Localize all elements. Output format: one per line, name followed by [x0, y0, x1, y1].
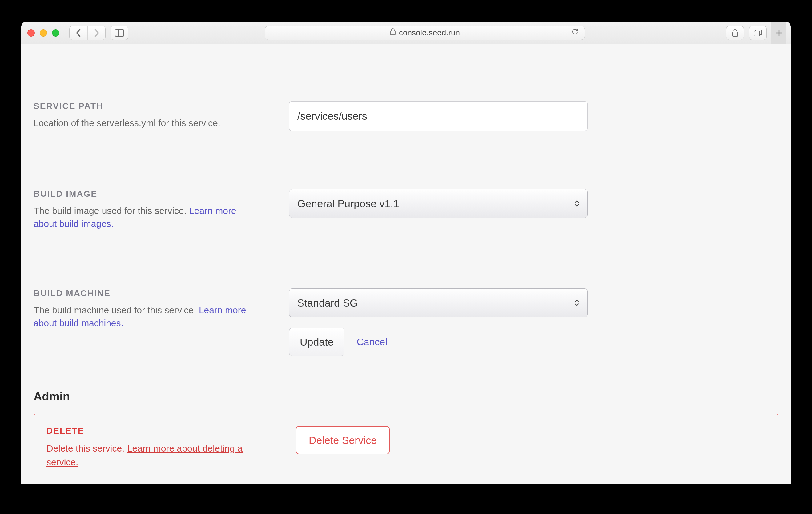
- build-machine-heading: BUILD MACHINE: [33, 288, 255, 298]
- minimize-window-button[interactable]: [40, 29, 47, 37]
- build-image-heading: BUILD IMAGE: [33, 189, 255, 199]
- forward-button[interactable]: [87, 26, 105, 40]
- share-button[interactable]: [726, 26, 744, 40]
- build-image-desc: The build image used for this service. L…: [33, 204, 255, 230]
- toolbar-right: [721, 26, 767, 40]
- new-tab-button[interactable]: [771, 22, 786, 44]
- danger-zone: DELETE Delete this service. Learn more a…: [33, 414, 779, 484]
- updown-icon: [574, 299, 579, 306]
- cancel-link[interactable]: Cancel: [357, 336, 387, 348]
- section-build-image: BUILD IMAGE The build image used for thi…: [33, 160, 779, 259]
- svg-rect-0: [115, 30, 124, 36]
- tabs-overview-button[interactable]: [749, 26, 767, 40]
- maximize-window-button[interactable]: [52, 29, 59, 37]
- delete-desc-text: Delete this service.: [47, 443, 127, 453]
- nav-back-forward: [69, 26, 106, 40]
- reload-icon[interactable]: [571, 28, 579, 38]
- svg-rect-2: [390, 31, 395, 35]
- back-button[interactable]: [69, 26, 87, 40]
- service-path-input[interactable]: [289, 101, 588, 131]
- build-machine-selected: Standard SG: [297, 297, 358, 309]
- titlebar: console.seed.run: [21, 22, 791, 44]
- build-machine-desc-text: The build machine used for this service.: [33, 305, 199, 315]
- lock-icon: [390, 28, 396, 37]
- sidebar-toggle-button[interactable]: [111, 26, 128, 40]
- window-controls: [27, 29, 59, 37]
- updown-icon: [574, 200, 579, 207]
- delete-service-button[interactable]: Delete Service: [296, 426, 390, 454]
- admin-heading: Admin: [33, 390, 779, 403]
- svg-rect-4: [754, 31, 760, 36]
- address-text: console.seed.run: [399, 28, 460, 37]
- build-image-selected: General Purpose v1.1: [297, 198, 399, 209]
- section-build-machine: BUILD MACHINE The build machine used for…: [33, 259, 779, 375]
- address-bar[interactable]: console.seed.run: [265, 26, 585, 40]
- delete-desc: Delete this service. Learn more about de…: [47, 441, 250, 469]
- build-image-select[interactable]: General Purpose v1.1: [289, 189, 588, 218]
- update-button[interactable]: Update: [289, 328, 344, 356]
- build-image-desc-text: The build image used for this service.: [33, 206, 189, 216]
- close-window-button[interactable]: [27, 29, 35, 37]
- page-content: SERVICE PATH Location of the serverless.…: [21, 44, 791, 484]
- section-service-path: SERVICE PATH Location of the serverless.…: [33, 72, 779, 160]
- build-machine-desc: The build machine used for this service.…: [33, 304, 255, 330]
- delete-heading: DELETE: [47, 426, 296, 436]
- service-path-heading: SERVICE PATH: [33, 101, 255, 111]
- browser-window: console.seed.run SERVICE PATH Location o…: [21, 22, 791, 484]
- build-machine-select[interactable]: Standard SG: [289, 288, 588, 317]
- service-path-desc: Location of the serverless.yml for this …: [33, 117, 255, 130]
